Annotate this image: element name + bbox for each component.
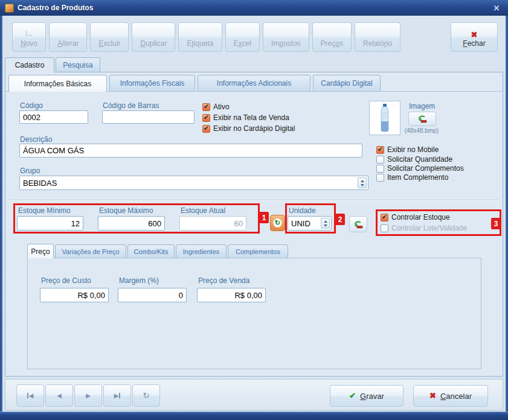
- unidade-lookup-button[interactable]: [349, 216, 367, 232]
- nav-first-button[interactable]: ◀: [16, 384, 44, 407]
- tab-informacoes-adicionais[interactable]: Informações Adicionais: [198, 75, 310, 91]
- preco-venda-field[interactable]: R$ 0,00: [197, 288, 266, 302]
- recalc-stock-button[interactable]: ↻: [270, 215, 285, 231]
- section-divider: [8, 200, 499, 201]
- window-border-left: [0, 16, 2, 412]
- tab-cadastro[interactable]: Cadastro: [5, 57, 54, 72]
- open-file-icon: [353, 220, 364, 229]
- water-bottle-image: [378, 104, 391, 133]
- estoque-maximo-field[interactable]: 600: [98, 216, 165, 231]
- window-border-bottom: [0, 412, 508, 420]
- checkbox-row-solicitar-complementos[interactable]: Solicitar Complementos: [376, 164, 464, 173]
- window-border-right: [506, 16, 508, 412]
- checkbox-unchecked-icon[interactable]: [376, 174, 384, 182]
- margem-label: Margem (%): [119, 276, 159, 285]
- preco-custo-label: Preço de Custo: [41, 276, 91, 285]
- checkbox-checked-icon[interactable]: [202, 125, 210, 133]
- preco-venda-label: Preço de Venda: [198, 276, 249, 285]
- preco-custo-field[interactable]: R$ 0,00: [40, 288, 109, 302]
- relatorio-button[interactable]: Relatório: [355, 22, 400, 52]
- previous-record-icon: ◀: [57, 392, 62, 399]
- checkbox-unchecked-icon: [381, 224, 388, 232]
- refresh-icon: ↻: [143, 391, 150, 400]
- unidade-label: Unidade: [289, 206, 316, 215]
- nav-refresh-button[interactable]: ↻: [132, 384, 160, 407]
- annotation-badge-1: 1: [259, 212, 269, 223]
- impostos-button[interactable]: Impostos: [263, 22, 309, 52]
- annotation-badge-3: 3: [491, 218, 501, 229]
- descricao-label: Descrição: [20, 135, 52, 144]
- grupo-select[interactable]: BEBIDAS: [19, 176, 368, 190]
- checkbox-row-controlar-estoque[interactable]: Controlar Estoque: [381, 213, 450, 221]
- nav-previous-button[interactable]: ◀: [45, 384, 73, 407]
- checkbox-row-solicitar-quantidade[interactable]: Solicitar Quantidade: [376, 155, 452, 164]
- last-record-icon: [119, 393, 120, 398]
- window-title: Cadastro de Produtos: [18, 4, 93, 12]
- spinner-icon[interactable]: [358, 177, 367, 188]
- tab-preco[interactable]: Preço: [27, 244, 54, 258]
- cancelar-button[interactable]: ✖ Cancelar: [413, 385, 488, 407]
- tab-complementos[interactable]: Complementos: [228, 244, 288, 258]
- cancel-x-icon: ✖: [429, 392, 436, 400]
- preco-panel: [27, 258, 481, 369]
- estoque-minimo-field[interactable]: 12: [17, 216, 83, 231]
- nav-last-button[interactable]: ▶: [103, 384, 131, 407]
- open-file-icon: [417, 115, 428, 123]
- checkbox-row-item-complemento[interactable]: Item Complemento: [376, 173, 448, 182]
- checkbox-row-controlar-lote: Controlar Lote/Validade: [381, 224, 467, 232]
- load-image-button[interactable]: [408, 112, 436, 126]
- nav-next-button[interactable]: ▶: [74, 384, 102, 407]
- checkbox-checked-icon[interactable]: [202, 114, 210, 122]
- imagem-label: Imagem: [409, 102, 435, 110]
- codigo-label: Código: [20, 101, 43, 110]
- image-size-caption: (48x48.bmp): [405, 127, 439, 134]
- tab-pesquisa[interactable]: Pesquisa: [56, 57, 100, 72]
- checkbox-row-exibir-cardapio[interactable]: Exibir no Cardápio Digital: [202, 124, 295, 133]
- tab-informacoes-basicas[interactable]: Informações Básicas: [8, 75, 107, 92]
- excluir-button[interactable]: Excluir: [90, 22, 129, 52]
- tab-ingredientes[interactable]: Ingredientes: [176, 244, 227, 258]
- codigo-field[interactable]: 0002: [19, 110, 88, 124]
- checkbox-row-exibir-tela-venda[interactable]: Exibir na Tela de Venda: [202, 113, 289, 122]
- codigo-barras-label: Código de Barras: [103, 101, 159, 110]
- checkbox-checked-icon[interactable]: [202, 103, 210, 111]
- tab-cardapio-digital[interactable]: Cardápio Digital: [313, 75, 381, 91]
- spinner-icon[interactable]: [321, 218, 330, 229]
- fechar-button[interactable]: ✖ Fechar: [451, 22, 498, 52]
- checkbox-checked-icon[interactable]: [381, 214, 388, 221]
- tab-variacoes-preco[interactable]: Variações de Preço: [55, 244, 126, 258]
- close-icon[interactable]: ✕: [490, 4, 503, 13]
- close-x-icon: ✖: [471, 31, 478, 39]
- app-icon: [5, 4, 14, 13]
- tab-combo-kits[interactable]: Combo/Kits: [127, 244, 175, 258]
- checkbox-checked-icon[interactable]: [376, 146, 384, 154]
- alterar-button[interactable]: Alterar: [49, 22, 87, 52]
- toolbar: Novo Alterar Excluir Duplicar Etiqueta E…: [12, 22, 400, 52]
- novo-button[interactable]: Novo: [12, 22, 46, 52]
- estoque-minimo-label: Estoque Mínimo: [18, 206, 71, 215]
- next-record-icon: ▶: [86, 392, 91, 399]
- checkbox-row-ativo[interactable]: Ativo: [202, 103, 230, 111]
- product-image-preview: [369, 101, 400, 135]
- checkbox-unchecked-icon[interactable]: [376, 165, 384, 173]
- gravar-button[interactable]: ✔ Gravar: [330, 385, 404, 407]
- checkbox-unchecked-icon[interactable]: [376, 156, 384, 164]
- unidade-select[interactable]: UNID: [288, 216, 332, 231]
- product-registration-window: Cadastro de Produtos ✕ Novo Alterar Excl…: [0, 0, 508, 420]
- estoque-maximo-label: Estoque Máximo: [99, 206, 153, 215]
- title-bar: Cadastro de Produtos ✕: [0, 0, 508, 16]
- first-record-icon: [27, 393, 28, 398]
- save-check-icon: ✔: [349, 392, 356, 400]
- etiqueta-button[interactable]: Etiqueta: [178, 22, 222, 52]
- grupo-label: Grupo: [20, 167, 40, 175]
- checkbox-row-exibir-mobile[interactable]: Exibir no Mobile: [376, 145, 439, 154]
- duplicar-button[interactable]: Duplicar: [132, 22, 175, 52]
- annotation-badge-2: 2: [335, 214, 345, 225]
- tab-informacoes-fiscais[interactable]: Informações Fiscais: [109, 75, 195, 91]
- precos-button[interactable]: Preços: [312, 22, 352, 52]
- codigo-barras-field[interactable]: [102, 110, 195, 124]
- descricao-field[interactable]: ÁGUA COM GÁS: [19, 144, 362, 158]
- excel-button[interactable]: Excel: [225, 22, 260, 52]
- estoque-atual-field: 60: [179, 216, 246, 231]
- margem-field[interactable]: 0: [118, 288, 187, 302]
